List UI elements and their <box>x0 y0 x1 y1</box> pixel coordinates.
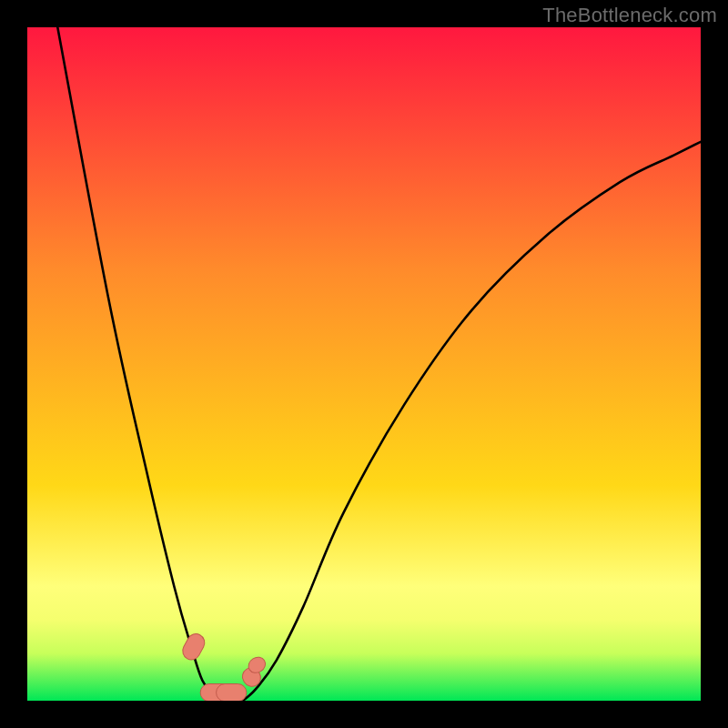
curve-marker <box>217 684 247 702</box>
chart-frame: TheBottleneck.com <box>0 0 728 728</box>
plot-area <box>27 27 701 701</box>
svg-rect-2 <box>217 684 247 702</box>
bottleneck-chart <box>27 27 701 701</box>
watermark-text: TheBottleneck.com <box>542 4 717 27</box>
gradient-background <box>27 27 701 701</box>
